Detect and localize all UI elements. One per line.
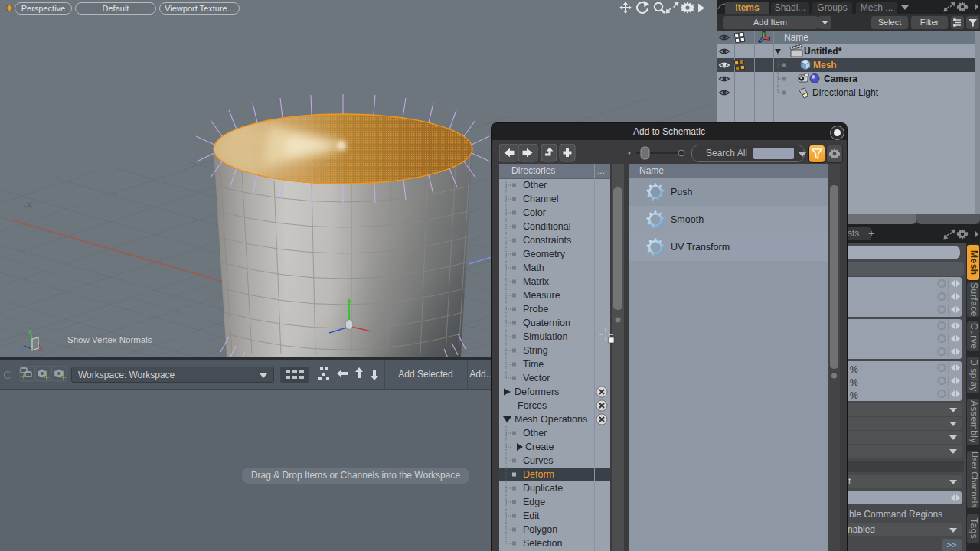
svg-text:Show Vertex Normals: Show Vertex Normals xyxy=(67,335,152,344)
svg-text:X: X xyxy=(39,345,44,353)
svg-text:Z: Z xyxy=(19,345,24,353)
svg-text:Y: Y xyxy=(28,328,32,336)
svg-text:-X: -X xyxy=(24,201,33,210)
